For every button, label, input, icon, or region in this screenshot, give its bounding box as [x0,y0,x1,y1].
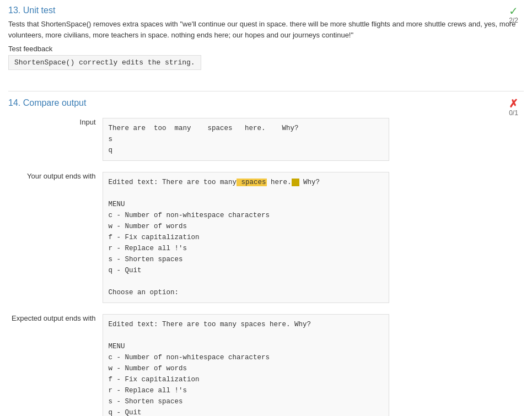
unit-test-section: 13. Unit test Tests that ShortenSpace() … [8,6,524,80]
section-divider [8,91,524,91]
compare-table: Input There are too many spaces here. Wh… [8,116,524,416]
compare-output-status: ✗ 0/1 [509,98,518,117]
input-code-box: There are too many spaces here. Why? s q [103,118,389,161]
compare-output-title: 14. Compare output [8,98,524,108]
feedback-label: Test feedback [8,45,524,53]
your-output-code-box: Edited text: There are too many spaces h… [103,172,389,303]
expected-output-label: Expected output ends with [8,312,99,416]
feedback-code: ShortenSpace() correctly edits the strin… [8,55,201,70]
unit-test-description: Tests that ShortenSpace() removes extra … [8,19,524,40]
input-row: Input There are too many spaces here. Wh… [8,116,524,163]
highlight-spaces: spaces [237,179,267,186]
input-label: Input [8,116,99,163]
unit-test-title: 13. Unit test [8,6,524,15]
expected-output-row: Expected output ends with Edited text: T… [8,312,524,416]
your-output-label: Your output ends with [8,170,99,305]
crossmark-icon: ✗ [509,98,518,109]
highlight-box [292,179,299,186]
compare-output-score: 0/1 [509,109,518,117]
your-output-row: Your output ends with Edited text: There… [8,170,524,305]
compare-output-section: 14. Compare output ✗ 0/1 Input There are… [8,98,524,416]
unit-test-score: 2/2 [509,17,518,24]
expected-output-code-box: Edited text: There are too many spaces h… [103,314,389,416]
checkmark-icon: ✓ [509,6,518,17]
unit-test-status: ✓ 2/2 [509,6,518,24]
